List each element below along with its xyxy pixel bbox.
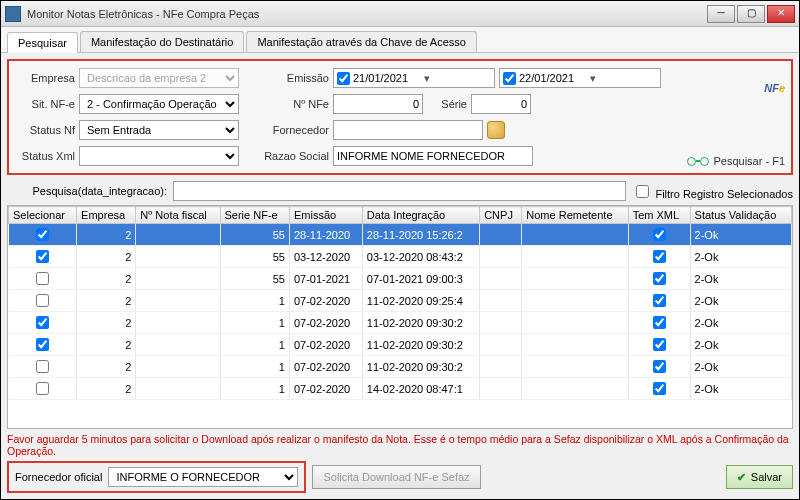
col-header[interactable]: Emissão	[289, 207, 362, 224]
col-header[interactable]: Status Validação	[690, 207, 791, 224]
col-header[interactable]: Empresa	[77, 207, 136, 224]
col-header[interactable]: Serie NF-e	[220, 207, 289, 224]
tab-pesquisar[interactable]: Pesquisar	[7, 32, 78, 53]
search-label: Pesquisa(data_integracao):	[7, 185, 167, 197]
minimize-button[interactable]: ─	[707, 5, 735, 23]
sitnfe-combo[interactable]: 2 - Confirmação Operação	[79, 94, 239, 114]
search-row: Pesquisa(data_integracao): Filtro Regist…	[7, 181, 793, 201]
lookup-fornecedor-icon[interactable]	[487, 121, 505, 139]
nnfe-input[interactable]	[333, 94, 423, 114]
table-row[interactable]: 2107-02-202014-02-2020 08:47:12-Ok	[9, 378, 792, 400]
check-icon: ✔	[737, 471, 746, 484]
empresa-combo[interactable]: Descricao da empresa 2	[79, 68, 239, 88]
serie-input[interactable]	[471, 94, 531, 114]
serie-label: Série	[427, 98, 467, 110]
fornecedor-oficial-box: Fornecedor oficial INFORME O FORNECEDOR	[7, 461, 306, 493]
empresa-label: Empresa	[15, 72, 75, 84]
tab-manifestacao-chave[interactable]: Manifestação através da Chave de Acesso	[246, 31, 477, 52]
fornecedor-oficial-combo[interactable]: INFORME O FORNECEDOR	[108, 467, 298, 487]
row-temxml-check[interactable]	[653, 250, 666, 263]
filtro-selecionados[interactable]: Filtro Registro Selecionados	[632, 182, 793, 201]
row-select-check[interactable]	[36, 316, 49, 329]
fornecedor-input[interactable]	[333, 120, 483, 140]
col-header[interactable]: Tem XML	[628, 207, 690, 224]
row-temxml-check[interactable]	[653, 272, 666, 285]
row-select-check[interactable]	[36, 360, 49, 373]
row-select-check[interactable]	[36, 382, 49, 395]
col-header[interactable]: Data Integração	[362, 207, 479, 224]
table-row[interactable]: 2107-02-202011-02-2020 09:30:22-Ok	[9, 312, 792, 334]
row-select-check[interactable]	[36, 250, 49, 263]
glasses-icon	[687, 157, 709, 166]
bottom-bar: Fornecedor oficial INFORME O FORNECEDOR …	[7, 461, 793, 493]
footer-note: Favor aguardar 5 minutos para solicitar …	[7, 433, 793, 457]
date-from-picker[interactable]: 21/01/2021 ▾	[333, 68, 495, 88]
row-select-check[interactable]	[36, 338, 49, 351]
row-temxml-check[interactable]	[653, 228, 666, 241]
app-icon	[5, 6, 21, 22]
row-temxml-check[interactable]	[653, 338, 666, 351]
close-button[interactable]: ✕	[767, 5, 795, 23]
sitnfe-label: Sit. NF-e	[15, 98, 75, 110]
date-from-value: 21/01/2021	[353, 72, 421, 84]
col-header[interactable]: CNPJ	[480, 207, 522, 224]
filtro-selecionados-check[interactable]	[636, 185, 649, 198]
date-from-check[interactable]	[337, 72, 350, 85]
titlebar: Monitor Notas Eletrônicas - NFe Compra P…	[1, 1, 799, 27]
table-row[interactable]: 25503-12-202003-12-2020 08:43:22-Ok	[9, 246, 792, 268]
row-temxml-check[interactable]	[653, 316, 666, 329]
statusnf-label: Status Nf	[15, 124, 75, 136]
emissao-label: Emissão	[259, 72, 329, 84]
fornecedor-oficial-label: Fornecedor oficial	[15, 471, 102, 483]
table-row[interactable]: 25528-11-202028-11-2020 15:26:22-Ok	[9, 224, 792, 246]
col-header[interactable]: Nº Nota fiscal	[136, 207, 220, 224]
tab-manifestacao-destinatario[interactable]: Manifestação do Destinatário	[80, 31, 244, 52]
table-row[interactable]: 25507-01-202107-01-2021 09:00:32-Ok	[9, 268, 792, 290]
row-temxml-check[interactable]	[653, 294, 666, 307]
nfe-logo-nf: NF	[764, 82, 779, 94]
date-to-picker[interactable]: 22/01/2021 ▾	[499, 68, 661, 88]
salvar-button[interactable]: ✔Salvar	[726, 465, 793, 489]
pesquisar-link[interactable]: Pesquisar - F1	[687, 155, 785, 167]
maximize-button[interactable]: ▢	[737, 5, 765, 23]
window-title: Monitor Notas Eletrônicas - NFe Compra P…	[27, 8, 705, 20]
date-to-check[interactable]	[503, 72, 516, 85]
table-row[interactable]: 2107-02-202011-02-2020 09:30:22-Ok	[9, 334, 792, 356]
pesquisar-link-label: Pesquisar - F1	[713, 155, 785, 167]
date-to-value: 22/01/2021	[519, 72, 587, 84]
solicita-download-button[interactable]: Solicita Download NF-e Sefaz	[312, 465, 480, 489]
col-header[interactable]: Selecionar	[9, 207, 77, 224]
nfe-logo: NFe	[764, 67, 785, 99]
razao-input[interactable]	[333, 146, 533, 166]
row-select-check[interactable]	[36, 294, 49, 307]
statusnf-combo[interactable]: Sem Entrada	[79, 120, 239, 140]
row-temxml-check[interactable]	[653, 382, 666, 395]
row-temxml-check[interactable]	[653, 360, 666, 373]
tabs-bar: Pesquisar Manifestação do Destinatário M…	[1, 27, 799, 53]
col-header[interactable]: Nome Remetente	[522, 207, 628, 224]
nnfe-label: Nº NFe	[259, 98, 329, 110]
row-select-check[interactable]	[36, 228, 49, 241]
row-select-check[interactable]	[36, 272, 49, 285]
fornecedor-label: Fornecedor	[259, 124, 329, 136]
filtro-selecionados-label: Filtro Registro Selecionados	[655, 188, 793, 200]
nfe-logo-e: e	[779, 82, 785, 94]
search-input[interactable]	[173, 181, 626, 201]
app-window: Monitor Notas Eletrônicas - NFe Compra P…	[0, 0, 800, 500]
razao-label: Razao Social	[259, 150, 329, 162]
chevron-down-icon: ▾	[424, 72, 492, 85]
results-grid[interactable]: SelecionarEmpresaNº Nota fiscalSerie NF-…	[7, 205, 793, 429]
statusxml-combo[interactable]	[79, 146, 239, 166]
chevron-down-icon: ▾	[590, 72, 658, 85]
statusxml-label: Status Xml	[15, 150, 75, 162]
table-row[interactable]: 2107-02-202011-02-2020 09:25:42-Ok	[9, 290, 792, 312]
table-row[interactable]: 2107-02-202011-02-2020 09:30:22-Ok	[9, 356, 792, 378]
tab-body: Empresa Descricao da empresa 2 Sit. NF-e…	[1, 53, 799, 499]
filter-panel: Empresa Descricao da empresa 2 Sit. NF-e…	[7, 59, 793, 175]
